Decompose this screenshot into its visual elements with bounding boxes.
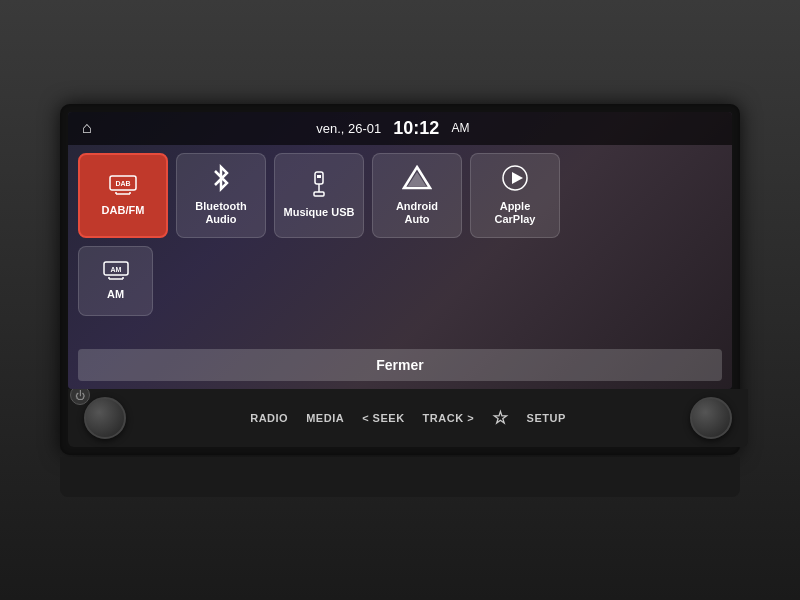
seek-back-button[interactable]: < SEEK — [362, 412, 404, 424]
musique-usb-label: Musique USB — [284, 206, 355, 219]
svg-text:DAB: DAB — [115, 180, 130, 187]
svg-rect-8 — [314, 192, 324, 196]
usb-icon — [307, 170, 331, 202]
fermer-button[interactable]: Fermer — [78, 349, 722, 381]
bluetooth-audio-label: BluetoothAudio — [195, 200, 246, 226]
apple-carplay-label: AppleCarPlay — [495, 200, 536, 226]
right-knob[interactable] — [690, 397, 732, 439]
media-grid: DAB DAB/FM — [68, 145, 732, 345]
dab-fm-button[interactable]: DAB DAB/FM — [78, 153, 168, 238]
left-knob[interactable] — [84, 397, 126, 439]
media-row-1: DAB DAB/FM — [78, 153, 722, 238]
dab-fm-icon: DAB — [108, 172, 138, 200]
status-bar: ⌂ ven., 26-01 10:12 AM — [68, 112, 732, 145]
am-label: AM — [107, 288, 124, 301]
am-icon: AM — [102, 259, 130, 284]
time-display: 10:12 — [393, 118, 439, 139]
home-icon[interactable]: ⌂ — [82, 119, 92, 137]
track-forward-button[interactable]: TRACK > — [423, 412, 474, 424]
am-button[interactable]: AM AM — [78, 246, 153, 316]
android-auto-label: AndroidAuto — [396, 200, 438, 226]
android-auto-icon — [402, 164, 432, 196]
star-icon: ☆ — [492, 408, 509, 428]
carplay-icon — [501, 164, 529, 196]
bluetooth-audio-button[interactable]: BluetoothAudio — [176, 153, 266, 238]
screen: ⌂ ven., 26-01 10:12 AM — [68, 112, 732, 389]
favorites-button[interactable]: ☆ — [492, 407, 509, 429]
date-time: ven., 26-01 10:12 AM — [316, 118, 469, 139]
ampm-display: AM — [451, 121, 469, 135]
date-display: ven., 26-01 — [316, 121, 381, 136]
media-row-2: AM AM — [78, 246, 722, 316]
car-surround: ⏻ ⌂ ven., 26-01 10:12 AM — [0, 0, 800, 600]
screen-content: ⌂ ven., 26-01 10:12 AM — [68, 112, 732, 381]
svg-text:AM: AM — [110, 266, 121, 273]
control-buttons: RADIO MEDIA < SEEK TRACK > ☆ SETUP — [250, 407, 566, 429]
dab-fm-label: DAB/FM — [102, 204, 145, 217]
radio-button[interactable]: RADIO — [250, 412, 288, 424]
setup-button[interactable]: SETUP — [527, 412, 566, 424]
svg-marker-12 — [512, 172, 523, 184]
android-auto-button[interactable]: AndroidAuto — [372, 153, 462, 238]
svg-rect-6 — [317, 175, 321, 178]
screen-bezel: ⌂ ven., 26-01 10:12 AM — [60, 104, 740, 455]
control-bar: RADIO MEDIA < SEEK TRACK > ☆ SETUP — [68, 389, 748, 447]
media-button[interactable]: MEDIA — [306, 412, 344, 424]
dashboard-strip — [60, 457, 740, 497]
bluetooth-icon — [210, 164, 232, 196]
musique-usb-button[interactable]: Musique USB — [274, 153, 364, 238]
apple-carplay-button[interactable]: AppleCarPlay — [470, 153, 560, 238]
